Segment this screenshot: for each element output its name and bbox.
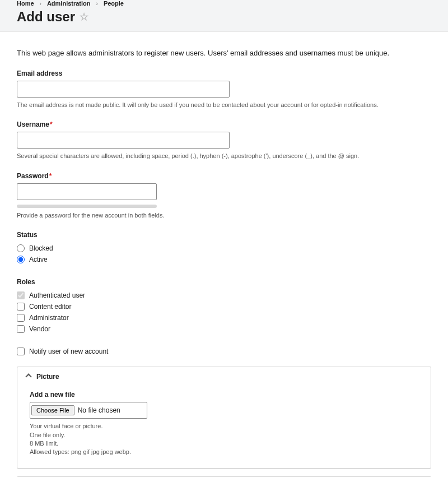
username-input[interactable] bbox=[17, 132, 230, 149]
role-option-administrator[interactable]: Administrator bbox=[17, 314, 431, 322]
password-label: Password* bbox=[17, 172, 431, 180]
panel-picture-summary[interactable]: Picture bbox=[17, 367, 431, 386]
password-strength-meter bbox=[17, 205, 157, 208]
checkbox-administrator[interactable] bbox=[17, 314, 25, 322]
username-label-text: Username bbox=[17, 121, 49, 128]
fieldset-status: Status Blocked Active bbox=[17, 231, 431, 267]
checkbox-notify-label: Notify user of new account bbox=[29, 348, 108, 355]
email-label: Email address bbox=[17, 70, 431, 77]
star-icon[interactable]: ☆ bbox=[80, 11, 88, 23]
chevron-right-icon: › bbox=[96, 1, 98, 7]
fieldset-roles: Roles Authenticated user Content editor … bbox=[17, 278, 431, 336]
picture-help: Your virtual face or picture. One file o… bbox=[30, 422, 418, 457]
page-title-text: Add user bbox=[17, 9, 75, 25]
status-legend: Status bbox=[17, 231, 38, 239]
password-label-text: Password bbox=[17, 172, 49, 180]
intro-text: This web page allows administrators to r… bbox=[17, 49, 431, 57]
role-option-authenticated: Authenticated user bbox=[17, 291, 431, 299]
breadcrumb-administration[interactable]: Administration bbox=[47, 0, 91, 7]
radio-active[interactable] bbox=[17, 256, 25, 263]
username-help: Several special characters are allowed, … bbox=[17, 152, 431, 160]
radio-active-label: Active bbox=[29, 256, 48, 263]
status-option-active[interactable]: Active bbox=[17, 256, 431, 263]
page-header: Home › Administration › People Add user … bbox=[0, 0, 448, 32]
role-option-vendor[interactable]: Vendor bbox=[17, 325, 431, 333]
picture-add-label: Add a new file bbox=[30, 391, 418, 399]
panel-picture: Picture Add a new file Choose File No fi… bbox=[17, 367, 431, 469]
picture-help-4: Allowed types: png gif jpg jpeg webp. bbox=[30, 448, 418, 456]
password-input[interactable] bbox=[17, 183, 157, 200]
picture-help-2: One file only. bbox=[30, 431, 418, 439]
role-option-editor[interactable]: Content editor bbox=[17, 303, 431, 311]
status-option-blocked[interactable]: Blocked bbox=[17, 244, 431, 252]
field-password: Password* Provide a password for the new… bbox=[17, 172, 431, 220]
checkbox-content-editor[interactable] bbox=[17, 303, 25, 311]
checkbox-admin-label: Administrator bbox=[29, 314, 69, 322]
username-label: Username* bbox=[17, 121, 431, 128]
breadcrumb-people[interactable]: People bbox=[104, 0, 124, 7]
choose-file-button[interactable]: Choose File bbox=[31, 405, 74, 415]
file-chosen-text: No file chosen bbox=[78, 406, 120, 414]
checkbox-vendor[interactable] bbox=[17, 325, 25, 333]
checkbox-authenticated bbox=[17, 291, 25, 299]
required-marker: * bbox=[50, 121, 53, 128]
chevron-down-icon bbox=[25, 374, 31, 380]
picture-help-1: Your virtual face or picture. bbox=[30, 422, 418, 430]
email-help: The email address is not made public. It… bbox=[17, 101, 431, 109]
file-input-wrapper[interactable]: Choose File No file chosen bbox=[30, 402, 147, 419]
picture-help-3: 8 MB limit. bbox=[30, 439, 418, 448]
password-help: Provide a password for the new account i… bbox=[17, 211, 431, 220]
required-marker: * bbox=[49, 172, 52, 180]
notify-option[interactable]: Notify user of new account bbox=[17, 348, 431, 355]
checkbox-vendor-label: Vendor bbox=[29, 325, 50, 333]
breadcrumb-home[interactable]: Home bbox=[17, 0, 34, 7]
panel-picture-title: Picture bbox=[36, 373, 59, 381]
field-notify: Notify user of new account bbox=[17, 348, 431, 355]
checkbox-authenticated-label: Authenticated user bbox=[29, 291, 85, 299]
radio-blocked[interactable] bbox=[17, 244, 25, 252]
checkbox-notify[interactable] bbox=[17, 348, 25, 355]
page-title: Add user ☆ bbox=[17, 9, 431, 25]
form-content: This web page allows administrators to r… bbox=[0, 32, 448, 477]
radio-blocked-label: Blocked bbox=[29, 244, 53, 252]
field-email: Email address The email address is not m… bbox=[17, 70, 431, 109]
breadcrumb: Home › Administration › People bbox=[17, 0, 431, 7]
panel-picture-body: Add a new file Choose File No file chose… bbox=[17, 386, 431, 468]
email-input[interactable] bbox=[17, 81, 230, 98]
field-username: Username* Several special characters are… bbox=[17, 121, 431, 160]
chevron-right-icon: › bbox=[40, 1, 41, 7]
roles-legend: Roles bbox=[17, 278, 35, 286]
checkbox-editor-label: Content editor bbox=[29, 303, 71, 311]
